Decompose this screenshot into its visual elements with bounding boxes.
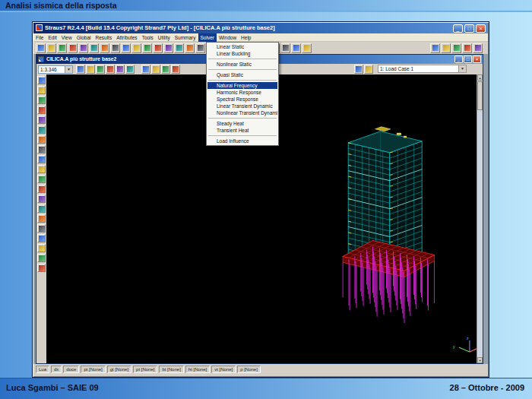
zoom-all-icon[interactable] [37, 135, 46, 144]
status-segment[interactable]: pt [None] [133, 366, 157, 373]
maximize-icon[interactable] [464, 24, 474, 33]
solver-menu-item-natural-frequency[interactable]: Natural Frequency [207, 82, 277, 89]
select-box-icon[interactable] [37, 86, 46, 94]
vertical-scrollbar[interactable] [477, 74, 483, 363]
menu-tools[interactable]: Tools [140, 33, 156, 42]
status-segment[interactable]: dx [51, 366, 62, 373]
show-entities-icon[interactable] [151, 65, 160, 74]
close-icon[interactable] [476, 24, 486, 33]
cut-icon[interactable] [89, 43, 99, 53]
menu-attributes[interactable]: Attributes [114, 33, 139, 42]
link-tool-icon[interactable] [291, 43, 301, 53]
contour-settings-icon[interactable] [354, 65, 363, 74]
scroll-down-icon[interactable] [477, 357, 483, 363]
window-tile-icon[interactable] [430, 43, 440, 53]
online-help-icon[interactable] [451, 43, 461, 53]
solver-menu-item-transient-heat[interactable]: Transient Heat [207, 127, 277, 134]
status-segment[interactable]: doce [63, 366, 79, 373]
scrollbar-thumb[interactable] [477, 81, 483, 110]
solver-menu-item-load-influence[interactable]: Load Influence [207, 138, 277, 144]
solver-menu-item-quasi-static[interactable]: Quasi Static [207, 71, 277, 78]
display-options-icon[interactable] [37, 264, 46, 272]
solver-menu-item-nonlinear-static[interactable]: Nonlinear Static [207, 61, 277, 68]
scroll-up-icon[interactable] [477, 74, 483, 81]
hide-entities-icon[interactable] [141, 65, 150, 74]
status-segment[interactable]: gt [None] [107, 366, 131, 373]
load-case-combo[interactable]: 1: Load Case 1 [378, 65, 467, 73]
dynamic-rotate-icon[interactable] [185, 43, 195, 53]
menu-solver[interactable]: Solver [198, 33, 217, 42]
copy-icon[interactable] [100, 43, 109, 53]
about-icon[interactable] [462, 43, 472, 53]
front-view-icon[interactable] [37, 175, 46, 183]
zoom-in-icon[interactable] [37, 116, 46, 124]
status-segment[interactable]: vt [None] [211, 366, 236, 373]
menu-window[interactable]: Window [217, 33, 239, 42]
zoom-out-small-icon[interactable] [96, 65, 105, 74]
view-angle-icon[interactable] [37, 165, 46, 173]
solver-menu-item-spectral-response[interactable]: Spectral Response [207, 96, 277, 103]
node-display-icon[interactable] [37, 214, 46, 223]
zoom-out-icon[interactable] [37, 125, 46, 134]
menu-file[interactable]: File [33, 33, 46, 42]
select-polygon-icon[interactable] [37, 96, 46, 104]
pan-view-icon[interactable] [106, 65, 115, 74]
status-segment[interactable]: ht [None] [185, 366, 210, 373]
wireframe-view-icon[interactable] [195, 43, 205, 53]
rotate-icon[interactable] [37, 155, 46, 163]
zoom-box-icon[interactable] [86, 65, 95, 74]
select-pointer-icon[interactable] [37, 76, 46, 84]
brick-tool-icon[interactable] [280, 43, 290, 53]
render-toggle-icon[interactable] [171, 65, 180, 74]
top-view-icon[interactable] [37, 185, 46, 193]
pointer-tool-icon[interactable] [76, 65, 85, 74]
menu-global[interactable]: Global [74, 33, 93, 42]
side-view-icon[interactable] [37, 195, 46, 203]
label-toggle-icon[interactable] [161, 65, 170, 74]
menu-help[interactable]: Help [239, 33, 253, 42]
model-minimize-icon[interactable] [454, 55, 463, 63]
model-close-icon[interactable] [473, 55, 481, 63]
zoom-combo[interactable]: 1:3.346 [38, 65, 73, 74]
solver-menu-item-linear-static[interactable]: Linear Static [207, 43, 277, 50]
rotate-view-icon[interactable] [116, 65, 125, 74]
zoom-extents-icon[interactable] [163, 43, 173, 53]
minimize-icon[interactable] [453, 24, 463, 33]
solver-menu-item-linear-transient-dynamic[interactable]: Linear Transient Dynamic [207, 103, 277, 109]
status-segment[interactable]: bt [None] [159, 366, 183, 373]
menu-view[interactable]: View [59, 33, 74, 42]
open-file-icon[interactable] [46, 43, 56, 53]
print-preview-icon[interactable] [78, 43, 88, 53]
menu-summary[interactable]: Summary [173, 33, 198, 42]
pan-icon[interactable] [174, 43, 184, 53]
solver-menu-item-linear-buckling[interactable]: Linear Buckling [207, 50, 277, 57]
exit-tool-icon[interactable] [473, 43, 483, 53]
redo-icon[interactable] [131, 43, 141, 53]
print-icon[interactable] [68, 43, 78, 53]
pan-icon[interactable] [37, 145, 46, 154]
window-cascade-icon[interactable] [441, 43, 451, 53]
menu-results[interactable]: Results [93, 33, 114, 42]
solver-menu-item-steady-heat[interactable]: Steady Heat [207, 120, 277, 127]
select-circle-icon[interactable] [37, 106, 46, 114]
solver-menu-item-harmonic-response[interactable]: Harmonic Response [207, 89, 277, 96]
animate-icon[interactable] [364, 65, 373, 74]
redraw-icon[interactable] [125, 65, 135, 74]
brick-display-icon[interactable] [37, 244, 46, 252]
status-segment[interactable]: pt [None] [81, 366, 105, 373]
status-segment[interactable]: p [None] [237, 366, 261, 373]
zoom-out-icon[interactable] [153, 43, 163, 53]
zoom-in-icon[interactable] [142, 43, 152, 53]
model-restore-icon[interactable] [464, 55, 472, 63]
undo-icon[interactable] [121, 43, 131, 53]
new-file-icon[interactable] [36, 43, 46, 53]
plate-display-icon[interactable] [37, 234, 46, 242]
save-file-icon[interactable] [57, 43, 67, 53]
solver-menu-item-nonlinear-transient-dynamic[interactable]: Nonlinear Transient Dynamic [207, 109, 277, 116]
beam-display-icon[interactable] [37, 224, 46, 233]
status-segment[interactable]: Lua [36, 366, 49, 373]
solve-icon[interactable] [302, 43, 312, 53]
menu-utility[interactable]: Utility [156, 33, 173, 42]
window-titlebar[interactable]: Straus7 R2.4.4 [Build 15.4 Copyright Str… [33, 23, 488, 33]
paste-icon[interactable] [110, 43, 120, 53]
